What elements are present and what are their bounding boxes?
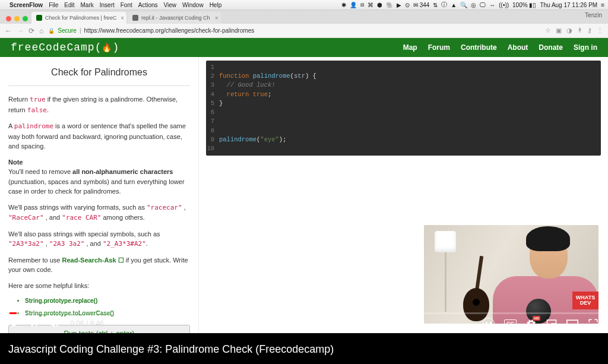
settings-icon[interactable]: HD xyxy=(526,318,537,329)
challenge-text: Return true if the given string is a pal… xyxy=(8,94,190,115)
extension-icon[interactable]: ↟ xyxy=(577,27,582,34)
macos-menubar: ScreenFlow File Edit Mark Insert Font Ac… xyxy=(0,0,608,10)
tab-title: Check for Palindromes | freeC xyxy=(45,15,116,21)
menu-actions[interactable]: Actions xyxy=(138,2,158,8)
miniplayer-icon[interactable] xyxy=(546,318,557,329)
read-search-ask-link[interactable]: Read-Search-Ask ☐ xyxy=(62,257,124,264)
status-icon[interactable]: ↔ xyxy=(489,2,495,8)
clock[interactable]: Thu Aug 17 11:26 PM xyxy=(540,2,597,8)
status-icon[interactable]: ▲ xyxy=(451,2,457,8)
mail-icon[interactable]: ✉ 344 xyxy=(413,2,429,8)
status-icon[interactable]: ⇅ xyxy=(433,2,438,8)
hd-badge: HD xyxy=(533,316,540,321)
menu-help[interactable]: Help xyxy=(210,2,222,8)
nav-signin[interactable]: Sign in xyxy=(574,43,597,52)
video-time: 0:06 / 8:46 xyxy=(70,319,104,328)
fire-icon: 🔥 xyxy=(102,43,112,53)
chrome-menu-icon[interactable]: ⋮ xyxy=(597,27,603,34)
challenge-title: Check for Palindromes xyxy=(8,63,190,86)
status-icon[interactable]: ✱ xyxy=(341,2,346,8)
play-icon[interactable] xyxy=(10,318,20,329)
tab-close-icon[interactable]: × xyxy=(215,15,218,21)
status-icon[interactable]: 👤 xyxy=(350,2,357,8)
menu-edit[interactable]: Edit xyxy=(64,2,74,8)
challenge-text: We'll also pass strings with special sym… xyxy=(8,229,190,249)
nav-contribute[interactable]: Contribute xyxy=(461,43,497,52)
menu-window[interactable]: Window xyxy=(182,2,204,8)
app-name[interactable]: ScreenFlow xyxy=(10,2,43,8)
status-icon[interactable]: ⊙ xyxy=(405,2,410,8)
lock-icon: 🔒 xyxy=(48,28,55,34)
menu-font[interactable]: Font xyxy=(121,2,132,8)
favicon-icon xyxy=(36,15,42,21)
help-link[interactable]: String.prototype.replace() xyxy=(25,296,190,305)
channel-badge: WHATSDEV xyxy=(572,292,598,309)
status-icon[interactable]: ⓘ xyxy=(441,1,447,9)
reload-icon[interactable]: ⟳ xyxy=(28,27,34,35)
volume-icon[interactable] xyxy=(49,318,61,330)
svg-rect-1 xyxy=(552,324,555,327)
nav-donate[interactable]: Donate xyxy=(539,43,563,52)
browser-tab-active[interactable]: Check for Palindromes | freeC × xyxy=(31,12,126,24)
extension-icon[interactable]: ⚷ xyxy=(587,27,592,34)
window-close-icon[interactable] xyxy=(6,16,11,21)
address-bar: ← → ⟳ ⌂ 🔒 Secure | https://www.freecodec… xyxy=(0,24,608,38)
challenge-text: A palindrome is a word or sentence that'… xyxy=(8,121,190,151)
video-controls: 0:06 / 8:46 ❚❚ CC HD xyxy=(0,314,608,333)
lamp-graphic xyxy=(435,231,456,314)
nav-map[interactable]: Map xyxy=(403,43,417,52)
status-icon[interactable]: ⌘ xyxy=(368,2,373,8)
forward-icon[interactable]: → xyxy=(17,27,24,35)
battery-status[interactable]: 100% ▮▯ xyxy=(512,2,536,8)
video-title: Javascript Coding Challenge #3: Palindro… xyxy=(8,343,334,356)
back-icon[interactable]: ← xyxy=(5,27,12,35)
extension-icon[interactable]: ◑ xyxy=(566,27,572,34)
svg-rect-2 xyxy=(567,320,578,327)
challenge-note: Note You'll need to remove all non-alpha… xyxy=(8,157,190,197)
code-editor[interactable]: 12function palindrome(str) {3 // Good lu… xyxy=(206,61,601,156)
status-icon[interactable]: 🐘 xyxy=(386,2,393,8)
status-icon[interactable]: ▶ xyxy=(397,2,401,8)
menu-extras-icon[interactable]: ≡ xyxy=(601,2,604,8)
profile-label[interactable]: Tenzin xyxy=(585,12,602,18)
links-heading: Here are some helpful links: xyxy=(8,281,190,291)
guitar-graphic xyxy=(458,256,488,321)
tab-title: repl.it - Javascript Coding Ch xyxy=(141,15,210,21)
pause-overlay-icon[interactable]: ❚❚ xyxy=(483,318,495,330)
challenge-text: We'll pass strings with varying formats,… xyxy=(8,202,190,223)
secure-label: Secure xyxy=(58,27,77,34)
site-logo[interactable]: freeCodeCamp(🔥) xyxy=(11,42,119,53)
challenge-panel: Check for Palindromes Return true if the… xyxy=(0,57,199,333)
menu-mark[interactable]: Mark xyxy=(81,2,94,8)
favicon-icon xyxy=(132,15,138,21)
menu-insert[interactable]: Insert xyxy=(100,2,115,8)
captions-icon[interactable]: CC xyxy=(504,319,517,328)
status-icon[interactable]: ⧈ xyxy=(360,1,364,8)
next-icon[interactable] xyxy=(30,319,39,328)
tab-close-icon[interactable]: × xyxy=(121,15,124,21)
browser-tab[interactable]: repl.it - Javascript Coding Ch × xyxy=(128,12,221,24)
browser-window: Check for Palindromes | freeC × repl.it … xyxy=(0,10,608,333)
display-icon[interactable]: 🖵 xyxy=(480,2,486,8)
window-zoom-icon[interactable] xyxy=(23,16,28,21)
extension-icon[interactable]: ▣ xyxy=(556,27,562,34)
theater-icon[interactable] xyxy=(566,319,578,328)
star-icon[interactable]: ☆ xyxy=(545,27,551,34)
fullscreen-icon[interactable] xyxy=(588,318,598,329)
menu-file[interactable]: File xyxy=(49,2,58,8)
site-header: freeCodeCamp(🔥) Map Forum Contribute Abo… xyxy=(0,38,608,57)
nav-about[interactable]: About xyxy=(508,43,528,52)
window-minimize-icon[interactable] xyxy=(14,16,20,21)
menu-view[interactable]: View xyxy=(164,2,177,8)
home-icon[interactable]: ⌂ xyxy=(39,27,43,35)
url-text: https://www.freecodecamp.org/challenges/… xyxy=(84,27,255,34)
status-icon[interactable]: ⬢ xyxy=(377,2,382,8)
nav-forum[interactable]: Forum xyxy=(428,43,450,52)
tab-bar: Check for Palindromes | freeC × repl.it … xyxy=(0,10,608,24)
challenge-text: Remember to use Read-Search-Ask ☐ if you… xyxy=(8,255,190,275)
webcam-overlay: WHATSDEV xyxy=(424,225,598,324)
spotlight-icon[interactable]: 🔍 xyxy=(460,2,467,8)
url-field[interactable]: 🔒 Secure | https://www.freecodecamp.org/… xyxy=(48,27,540,34)
wifi-icon[interactable]: ((•)) xyxy=(499,2,509,8)
status-icon[interactable]: ◎ xyxy=(471,2,476,8)
